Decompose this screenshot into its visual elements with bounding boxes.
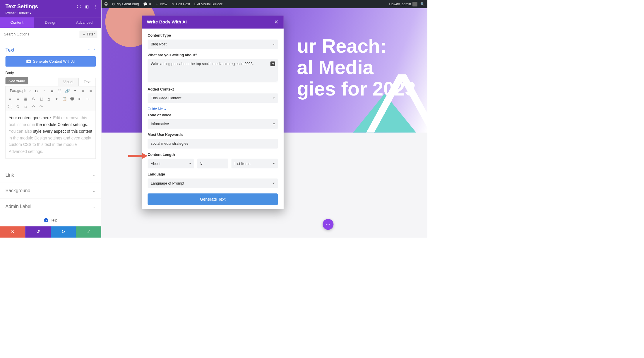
- decorative-triangles: [334, 74, 427, 132]
- editor-toolbar: Paragraph B I ≣ ☷ 🔗 ❝ ≡ ≡ ≡ ≡ ▦ S U A ▾ …: [6, 86, 96, 111]
- help-link[interactable]: ?Help: [0, 214, 101, 226]
- special-char-icon[interactable]: Ω: [15, 104, 20, 109]
- modal-title: Write Body With AI: [147, 19, 187, 25]
- link-icon[interactable]: 🔗: [65, 88, 70, 93]
- kebab-icon[interactable]: ⋮: [93, 4, 97, 9]
- section-admin-label[interactable]: Admin Label⌄: [0, 199, 101, 214]
- search-row: ＋Filter: [0, 28, 101, 41]
- language-label: Language: [148, 172, 278, 177]
- preset-selector[interactable]: Preset: Default ▾: [6, 11, 96, 16]
- guide-me-toggle[interactable]: Guide Me▴: [148, 107, 166, 111]
- redo-button[interactable]: ↻: [51, 226, 76, 237]
- ai-suggest-icon[interactable]: AI: [270, 62, 275, 66]
- bullet-list-icon[interactable]: ≣: [49, 88, 54, 93]
- chevron-down-icon: ⌄: [93, 173, 96, 177]
- add-media-button[interactable]: ADD MEDIA: [6, 77, 28, 84]
- content-type-label: Content Type: [148, 33, 278, 37]
- align-center-icon[interactable]: ≡: [88, 88, 93, 93]
- text-color-icon[interactable]: A: [47, 96, 52, 101]
- expand-icon[interactable]: ⛶: [77, 4, 81, 9]
- wp-logo-icon[interactable]: ⓦ: [104, 2, 108, 6]
- site-link[interactable]: ⚙ My Great Blog: [112, 2, 139, 6]
- underline-icon[interactable]: U: [39, 96, 44, 101]
- new-link[interactable]: ＋ New: [155, 2, 167, 6]
- ai-modal: Write Body With AI ✕ Content Type Blog P…: [142, 16, 283, 209]
- section-title-text[interactable]: Text: [6, 47, 14, 53]
- keywords-label: Must Use Keywords: [148, 133, 278, 137]
- search-icon[interactable]: 🔍: [420, 2, 425, 6]
- filter-button[interactable]: ＋Filter: [79, 30, 97, 38]
- tone-label: Tone of Voice: [148, 113, 278, 117]
- align-justify-icon[interactable]: ≡: [15, 96, 20, 101]
- help-icon: ?: [44, 218, 48, 223]
- annotation-arrow: [128, 152, 148, 161]
- undo-icon[interactable]: ↶: [31, 104, 36, 109]
- align-right-icon[interactable]: ≡: [8, 96, 13, 101]
- number-list-icon[interactable]: ☷: [57, 88, 62, 93]
- content-type-select[interactable]: Blog Post: [148, 40, 278, 49]
- strike-icon[interactable]: S: [31, 96, 36, 101]
- section-kebab-icon[interactable]: ⋮: [93, 48, 96, 52]
- length-prefix-select[interactable]: About: [148, 158, 194, 168]
- tone-select[interactable]: Informative: [148, 119, 278, 129]
- snap-icon[interactable]: ◧: [85, 4, 89, 9]
- bold-icon[interactable]: B: [34, 88, 39, 93]
- length-number-input[interactable]: [197, 158, 228, 168]
- length-label: Content Length: [148, 152, 278, 157]
- exit-builder-link[interactable]: Exit Visual Builder: [194, 2, 222, 6]
- plus-icon: ＋: [82, 32, 86, 37]
- about-textarea[interactable]: [148, 59, 278, 83]
- tab-design[interactable]: Design: [34, 17, 67, 28]
- chevron-down-icon: ⌄: [93, 204, 96, 209]
- tab-advanced[interactable]: Advanced: [67, 17, 101, 28]
- cancel-button[interactable]: ✕: [0, 226, 25, 237]
- sidebar-header: Text Settings Preset: Default ▾ ⛶ ◧ ⋮: [0, 0, 101, 17]
- redo-icon[interactable]: ↷: [39, 104, 44, 109]
- wp-admin-bar: ⓦ ⚙ My Great Blog 💬 0 ＋ New ✎ Edit Post …: [101, 0, 427, 8]
- search-input[interactable]: [4, 32, 79, 37]
- sidebar-tabs: Content Design Advanced: [0, 17, 101, 28]
- about-label: What are you writing about?: [148, 53, 278, 57]
- length-unit-select[interactable]: List Items: [231, 158, 278, 168]
- quote-icon[interactable]: ❝: [73, 88, 78, 93]
- table-icon[interactable]: ▦: [23, 96, 28, 101]
- editor-tab-text[interactable]: Text: [78, 78, 96, 86]
- context-select[interactable]: This Page Content: [148, 93, 278, 103]
- settings-sidebar: Text Settings Preset: Default ▾ ⛶ ◧ ⋮ Co…: [0, 0, 101, 238]
- fullscreen-icon[interactable]: ⛶: [8, 104, 13, 109]
- body-editor[interactable]: Your content goes here. Edit or remove t…: [6, 111, 96, 158]
- section-background[interactable]: Background⌄: [0, 183, 101, 199]
- chevron-up-icon[interactable]: ⌃: [88, 48, 90, 52]
- sidebar-footer: ✕ ↺ ↻ ✓: [0, 226, 101, 237]
- close-icon[interactable]: ✕: [274, 19, 279, 25]
- paste-icon[interactable]: 📋: [62, 96, 67, 101]
- context-label: Added Context: [148, 87, 278, 91]
- edit-post-link[interactable]: ✎ Edit Post: [172, 2, 190, 6]
- builder-fab[interactable]: ⋯: [323, 219, 333, 230]
- align-left-icon[interactable]: ≡: [80, 88, 85, 93]
- italic-icon[interactable]: I: [42, 88, 47, 93]
- modal-header: Write Body With AI ✕: [142, 16, 283, 28]
- howdy-link[interactable]: Howdy, admin: [389, 2, 417, 6]
- paragraph-select[interactable]: Paragraph: [8, 88, 31, 94]
- tab-content[interactable]: Content: [0, 17, 34, 28]
- emoji-icon[interactable]: ☺: [23, 104, 28, 109]
- indent-icon[interactable]: ⇥: [85, 96, 90, 101]
- body-label: Body: [6, 71, 96, 75]
- svg-marker-3: [142, 153, 148, 159]
- avatar: [412, 2, 417, 6]
- generate-content-ai-button[interactable]: AIGenerate Content With AI: [6, 56, 96, 67]
- save-button[interactable]: ✓: [76, 226, 101, 237]
- generate-text-button[interactable]: Generate Text: [148, 193, 278, 205]
- comments-link[interactable]: 💬 0: [143, 2, 151, 6]
- outdent-icon[interactable]: ⇤: [78, 96, 83, 101]
- undo-button[interactable]: ↺: [25, 226, 50, 237]
- chevron-up-icon: ▴: [164, 107, 166, 111]
- language-select[interactable]: Language of Prompt: [148, 178, 278, 188]
- keywords-input[interactable]: [148, 139, 278, 149]
- editor-tab-visual[interactable]: Visual: [58, 78, 78, 86]
- more-tools-icon[interactable]: ▾: [54, 96, 59, 101]
- chevron-down-icon: ⌄: [93, 188, 96, 193]
- section-link[interactable]: Link⌄: [0, 167, 101, 183]
- clear-format-icon[interactable]: 🅣: [70, 96, 75, 101]
